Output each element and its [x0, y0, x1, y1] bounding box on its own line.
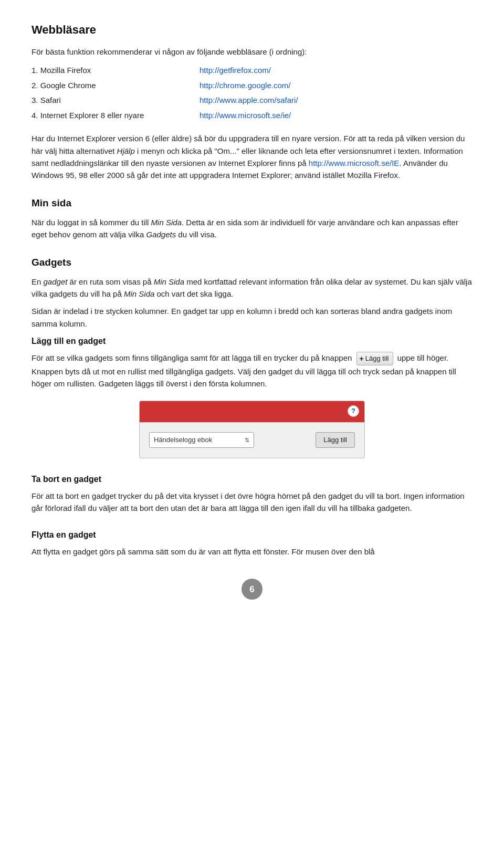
flytta-section: Flytta en gadget Att flytta en gadget gö…: [32, 529, 472, 558]
question-mark-icon: ?: [348, 405, 359, 417]
safari-link[interactable]: http://www.apple.com/safari/: [200, 96, 298, 104]
browser-name-4: 4. Internet Explorer 8 eller nyare: [32, 108, 200, 123]
min-sida-heading: Min sida: [32, 196, 472, 211]
min-sida-para: När du loggat in så kommer du till Min S…: [32, 216, 472, 241]
browser-url-4[interactable]: http://www.microsoft.se/ie/: [200, 108, 472, 123]
page-number: 6: [242, 579, 262, 600]
gadgets-heading: Gadgets: [32, 255, 472, 270]
flytta-para: Att flytta en gadget görs på samma sätt …: [32, 546, 472, 558]
gadgets-para1: En gadget är en ruta som visas på Min Si…: [32, 276, 472, 300]
min-sida-text-3: du vill visa.: [176, 230, 217, 239]
gadget-dropdown[interactable]: Händelselogg ebok ⇅: [149, 432, 254, 448]
table-row: 1. Mozilla Firefox http://getfirefox.com…: [32, 63, 472, 78]
browser-name-1: 1. Mozilla Firefox: [32, 63, 200, 78]
ie-warning-link[interactable]: http://www.microsoft.se/IE: [309, 159, 400, 167]
gadget-mockup-body: Händelselogg ebok ⇅ Lägg till: [140, 422, 364, 458]
gadget-lagg-till-button[interactable]: Lägg till: [316, 432, 355, 448]
firefox-link[interactable]: http://getfirefox.com/: [200, 66, 271, 75]
table-row: 4. Internet Explorer 8 eller nyare http:…: [32, 108, 472, 123]
gadgets-para2: Sidan är indelad i tre stycken kolumner.…: [32, 305, 472, 330]
gadgets-italic-1: gadget: [44, 277, 68, 286]
ta-bort-para: För att ta bort en gadget trycker du på …: [32, 490, 472, 515]
gadget-lagg-till-label: Lägg till: [323, 436, 347, 444]
gadgets-italic-2: Min Sida: [154, 277, 184, 286]
intro-text: För bästa funktion rekommenderar vi någo…: [32, 46, 472, 58]
min-sida-italic-1: Min Sida: [151, 218, 182, 227]
lagg-till-para: För att se vilka gadgets som finns tillg…: [32, 352, 472, 390]
plus-icon: +: [360, 353, 364, 364]
page-number-container: 6: [32, 579, 472, 600]
gadgets-text-4: och vart det ska ligga.: [154, 289, 233, 298]
lagg-till-button-label: Lägg till: [365, 353, 389, 364]
ie-warning-italic: Hjälp: [117, 146, 135, 155]
browser-name-2: 2. Google Chrome: [32, 78, 200, 93]
page-content: Webbläsare För bästa funktion rekommende…: [32, 21, 472, 600]
ta-bort-section: Ta bort en gadget För att ta bort en gad…: [32, 473, 472, 515]
chrome-link[interactable]: http://chrome.google.com/: [200, 81, 290, 90]
gadget-dropdown-text: Händelselogg ebok: [154, 435, 212, 445]
dropdown-arrows-icon: ⇅: [245, 436, 249, 445]
ie-warning-text: Har du Internet Explorer version 6 (elle…: [32, 132, 472, 181]
ie-link[interactable]: http://www.microsoft.se/ie/: [200, 111, 291, 120]
gadget-mockup-container: ? Händelselogg ebok ⇅ Lägg till: [32, 401, 472, 458]
browser-name-3: 3. Safari: [32, 93, 200, 108]
table-row: 2. Google Chrome http://chrome.google.co…: [32, 78, 472, 93]
browser-url-2[interactable]: http://chrome.google.com/: [200, 78, 472, 93]
flytta-heading: Flytta en gadget: [32, 529, 472, 541]
browser-url-3[interactable]: http://www.apple.com/safari/: [200, 93, 472, 108]
min-sida-text-1: När du loggat in så kommer du till: [32, 218, 151, 227]
gadget-mockup: ? Händelselogg ebok ⇅ Lägg till: [139, 401, 365, 458]
lagg-till-section: Lägg till en gadget För att se vilka gad…: [32, 335, 472, 458]
gadgets-text-2: är en ruta som visas på: [67, 277, 153, 286]
lagg-till-text-1: För att se vilka gadgets som finns tillg…: [32, 353, 352, 362]
min-sida-italic-2: Gadgets: [146, 230, 176, 239]
browser-url-1[interactable]: http://getfirefox.com/: [200, 63, 472, 78]
gadgets-italic-3: Min Sida: [124, 289, 154, 298]
gadgets-text-1: En: [32, 277, 44, 286]
table-row: 3. Safari http://www.apple.com/safari/: [32, 93, 472, 108]
webbläsare-section: Webbläsare För bästa funktion rekommende…: [32, 21, 472, 181]
page-title: Webbläsare: [32, 21, 472, 38]
gadgets-section: Gadgets En gadget är en ruta som visas p…: [32, 255, 472, 558]
min-sida-section: Min sida När du loggat in så kommer du t…: [32, 196, 472, 240]
lagg-till-heading: Lägg till en gadget: [32, 335, 472, 348]
ta-bort-heading: Ta bort en gadget: [32, 473, 472, 486]
browser-table: 1. Mozilla Firefox http://getfirefox.com…: [32, 63, 472, 123]
lagg-till-button-inline[interactable]: + Lägg till: [356, 352, 393, 365]
